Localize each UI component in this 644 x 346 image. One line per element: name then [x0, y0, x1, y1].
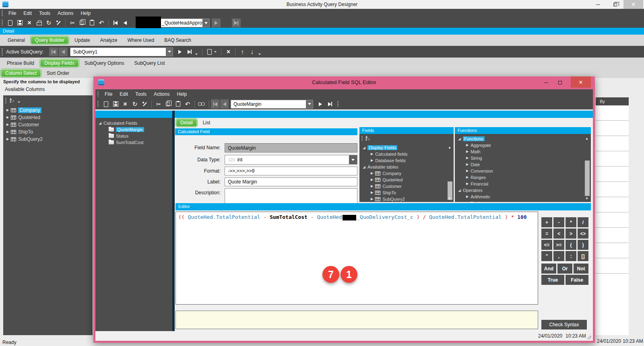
next-record-icon[interactable]: [212, 19, 221, 27]
tab-subquery-options[interactable]: SubQuery Options: [80, 59, 129, 67]
operator-button-[interactable]: >=: [553, 240, 564, 250]
tree-item-date[interactable]: ▶Date: [455, 161, 591, 168]
subquery-next-icon[interactable]: [175, 47, 185, 57]
expand-icon[interactable]: ▶: [6, 116, 9, 119]
operator-button-[interactable]: <>: [578, 229, 588, 239]
format-input[interactable]: ->>,>>>,>>9: [225, 167, 357, 175]
tab-display-fields[interactable]: Display Fields: [40, 59, 79, 67]
refresh-icon[interactable]: ↻: [44, 18, 54, 28]
menu-actions[interactable]: Actions: [54, 9, 77, 18]
subquery-first-icon[interactable]: [49, 47, 58, 56]
tab-subquery-list[interactable]: SubQuery List: [130, 59, 169, 67]
tree-item-display-fields[interactable]: ◢Display Fields: [359, 144, 454, 151]
operator-button-and[interactable]: And: [541, 264, 556, 274]
expand-icon[interactable]: ▶: [371, 152, 373, 156]
grid-row[interactable]: [596, 121, 629, 136]
paste-icon[interactable]: [87, 18, 97, 28]
tree-item-quotemargin[interactable]: QuoteMargin: [95, 126, 172, 133]
copy-icon[interactable]: [77, 18, 87, 28]
subquery-combo-dropdown-icon[interactable]: [166, 48, 173, 56]
subquery-combo[interactable]: SubQuery1: [70, 47, 173, 56]
expand-icon[interactable]: ▶: [371, 185, 373, 188]
tab-update[interactable]: Update: [70, 36, 95, 44]
operator-button-[interactable]: ": [541, 251, 552, 261]
expand-icon[interactable]: ▶: [371, 159, 373, 162]
save-icon[interactable]: [15, 18, 25, 28]
operator-button-true[interactable]: True: [541, 275, 564, 285]
previous-record-icon[interactable]: [120, 18, 130, 28]
grid-row[interactable]: [596, 136, 629, 151]
tab-detail[interactable]: Detail: [176, 119, 197, 127]
copy-icon[interactable]: [163, 99, 173, 109]
tab-analyze[interactable]: Analyze: [96, 36, 122, 44]
cut-icon[interactable]: ✂: [68, 18, 77, 28]
menu-edit[interactable]: Edit: [20, 9, 35, 18]
dialog-minimize-button[interactable]: [540, 77, 552, 88]
operator-button-[interactable]: *: [566, 217, 576, 227]
previous-record-icon[interactable]: [220, 99, 229, 109]
delete-subquery-icon[interactable]: ×: [223, 47, 233, 57]
collapse-icon[interactable]: ◢: [458, 189, 461, 192]
tab-query-builder[interactable]: Query Builder: [31, 36, 69, 44]
new-icon[interactable]: [5, 18, 15, 28]
print-icon[interactable]: [34, 18, 44, 28]
grid-row[interactable]: [596, 228, 629, 243]
menu-edit[interactable]: Edit: [116, 90, 132, 99]
menu-tools[interactable]: Tools: [35, 9, 54, 18]
refresh-icon[interactable]: ↻: [130, 99, 140, 109]
grid-header-by[interactable]: By: [596, 97, 629, 105]
menu-help[interactable]: Help: [77, 9, 94, 18]
operator-button-[interactable]: ): [578, 240, 588, 250]
expand-icon[interactable]: ▶: [466, 169, 469, 173]
tree-item-subquery2[interactable]: ▶SubQuery2: [359, 196, 454, 202]
collapse-icon[interactable]: ◢: [363, 146, 365, 150]
tree-item-database-fields[interactable]: ▶Database fields: [359, 157, 454, 164]
collapse-icon[interactable]: ◢: [458, 137, 461, 141]
tree-item-math[interactable]: ▶Math: [455, 148, 591, 155]
operator-button-false[interactable]: False: [566, 275, 588, 285]
clear-icon[interactable]: [140, 99, 149, 109]
functions-scroll-down-icon[interactable]: ▼: [584, 196, 590, 201]
grid-row[interactable]: [596, 105, 629, 121]
new-icon[interactable]: [101, 99, 111, 109]
expand-icon[interactable]: ▶: [6, 123, 9, 126]
expand-icon[interactable]: ▶: [466, 150, 469, 153]
tree-item-company[interactable]: ▶Company: [359, 170, 454, 177]
paste-icon[interactable]: [173, 99, 183, 109]
expand-icon[interactable]: ▶: [466, 202, 469, 202]
collapse-icon[interactable]: ◢: [363, 165, 365, 169]
tab-where-used[interactable]: Where Used: [123, 36, 159, 44]
tree-splitter[interactable]: [172, 111, 175, 331]
tree-item-string[interactable]: ▶String: [455, 155, 591, 161]
restore-button[interactable]: [607, 0, 623, 9]
first-record-icon[interactable]: [211, 99, 219, 109]
operator-button-[interactable]: []: [578, 251, 588, 261]
expand-icon[interactable]: ▶: [6, 130, 9, 134]
tree-item-available-tables[interactable]: ◢Available tables: [359, 164, 454, 170]
description-input[interactable]: [225, 188, 357, 205]
next-record-icon[interactable]: [316, 99, 325, 109]
operator-button-[interactable]: <=: [541, 240, 552, 250]
tree-item-subquery2[interactable]: ▶SubQuery2: [3, 136, 93, 143]
fields-sort-az-icon[interactable]: AZ↓: [365, 136, 370, 141]
grid-row[interactable]: [596, 151, 629, 167]
operator-button-[interactable]: -: [553, 217, 564, 227]
sort-overflow-icon[interactable]: [18, 101, 20, 103]
operator-button-[interactable]: ,: [553, 251, 564, 261]
tab-sort-order[interactable]: Sort Order: [42, 69, 74, 77]
copy-subquery-icon[interactable]: [204, 47, 214, 57]
expand-icon[interactable]: ▶: [466, 176, 469, 179]
tree-item-operators[interactable]: ◢Operators: [455, 187, 591, 194]
operator-button-not[interactable]: Not: [574, 264, 588, 274]
record-combo[interactable]: _QuoteHeadApprov: [153, 19, 210, 27]
operator-button-[interactable]: (: [566, 240, 576, 250]
tab-column-select[interactable]: Column Select: [1, 69, 41, 77]
first-record-icon[interactable]: [111, 18, 120, 28]
tree-item-customer[interactable]: ▶Customer: [359, 183, 454, 189]
tree-item-financial[interactable]: ▶Financial: [455, 181, 591, 187]
operator-button-[interactable]: /: [578, 217, 588, 227]
expand-icon[interactable]: ▶: [371, 191, 373, 194]
tree-item-customer[interactable]: ▶Customer: [3, 121, 93, 128]
tree-item-functions[interactable]: ◢Functions: [455, 136, 591, 142]
tree-item-boolean[interactable]: ▶Boolean: [455, 200, 591, 202]
